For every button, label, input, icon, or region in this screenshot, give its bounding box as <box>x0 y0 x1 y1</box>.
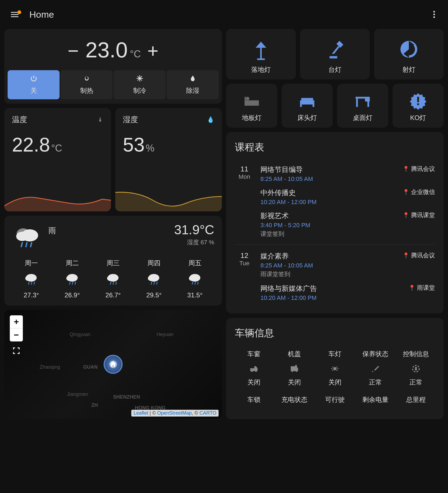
vehicle-status-item[interactable]: 保养状态正常 <box>356 347 394 389</box>
forecast-day[interactable]: 周二26.9° <box>53 259 91 299</box>
schedule-event[interactable]: 媒介素养 8:25 AM - 10:05 AM 雨课堂签到 📍腾讯会议 <box>260 251 435 278</box>
light-floor-lamp[interactable]: 落地灯 <box>226 29 296 79</box>
forecast-temp: 27.3° <box>12 291 51 299</box>
mode-snowflake-button[interactable]: 制冷 <box>114 70 166 99</box>
light-desk-lamp[interactable]: 台灯 <box>300 29 370 79</box>
light-couch[interactable]: 床头灯 <box>282 84 333 128</box>
menu-button[interactable] <box>11 12 18 17</box>
vehicle-status-item[interactable]: 车锁 <box>235 393 273 411</box>
map-label: Jiangmen <box>67 392 88 397</box>
floor-lamp-icon <box>229 34 293 64</box>
svg-line-23 <box>151 282 152 284</box>
schedule-date: 12 Tue <box>235 251 254 301</box>
snowflake-icon <box>116 75 163 84</box>
schedule-date: 11 Mon <box>235 165 254 238</box>
svg-rect-43 <box>417 97 419 102</box>
vehicle-marker[interactable] <box>104 355 123 374</box>
vehicle-status-item[interactable]: 机盖关闭 <box>275 347 314 389</box>
svg-point-27 <box>189 276 195 281</box>
light-alert[interactable]: KO灯 <box>393 84 444 128</box>
vehicle-label: 机盖 <box>276 350 313 358</box>
svg-line-30 <box>198 282 198 284</box>
map-label: SHENZHEN <box>113 394 140 400</box>
event-note: 课堂签到 <box>260 230 403 238</box>
map-attribution: Leaflet | © OpenStreetMap, © CARTO <box>131 410 219 417</box>
svg-rect-36 <box>300 100 315 104</box>
power-icon <box>10 75 57 84</box>
location-pin-icon: 📍 <box>403 212 409 218</box>
schedule-event[interactable]: 网络与新媒体广告 10:20 AM - 12:00 PM 📍雨课堂 <box>260 284 435 301</box>
mode-fire-button[interactable]: 制热 <box>61 70 113 99</box>
svg-line-20 <box>116 282 116 284</box>
vehicle-status-item[interactable]: 充电状态 <box>275 393 314 411</box>
svg-point-17 <box>107 276 114 281</box>
forecast-day[interactable]: 周一27.3° <box>12 259 51 299</box>
weather-card[interactable]: 雨 31.9°C 湿度 67 % 周一27.3°周二26.9°周三26.7°周四… <box>4 216 222 306</box>
vehicle-status-item[interactable]: 车窗关闭 <box>235 347 273 389</box>
svg-point-46 <box>334 368 336 370</box>
spotlight-icon <box>377 34 440 64</box>
schedule-event[interactable]: 中外传播史 10:20 AM - 12:00 PM 📍企业微信 <box>260 188 435 206</box>
forecast-temp: 29.5° <box>135 291 173 299</box>
mode-power-button[interactable]: 关 <box>8 70 60 99</box>
mode-droplet-button[interactable]: 除湿 <box>167 70 219 99</box>
vehicle-title: 车辆信息 <box>235 326 435 340</box>
carto-link[interactable]: CARTO <box>200 410 216 416</box>
temperature-sensor-card[interactable]: 温度 🌡 22.8°C <box>4 108 111 211</box>
svg-line-25 <box>157 282 157 284</box>
forecast-day[interactable]: 周三26.7° <box>94 259 132 299</box>
zoom-out-button[interactable]: − <box>10 328 23 341</box>
weather-humidity: 湿度 67 % <box>174 238 214 246</box>
osm-link[interactable]: OpenStreetMap <box>157 410 192 416</box>
svg-rect-38 <box>313 104 315 107</box>
event-title: 网络与新媒体广告 <box>260 284 409 293</box>
svg-rect-32 <box>245 100 259 106</box>
fullscreen-button[interactable] <box>11 345 22 356</box>
vehicle-status-item[interactable]: 剩余电量 <box>356 393 394 411</box>
svg-line-13 <box>70 282 70 284</box>
event-title: 媒介素养 <box>260 251 403 261</box>
map-card[interactable]: Qingyuan Heyuan Zhaoqing GUAN Jiangmen S… <box>4 310 222 419</box>
light-label: 射灯 <box>377 65 440 74</box>
light-label: 桌面灯 <box>340 113 385 122</box>
forecast-day[interactable]: 周五31.5° <box>176 259 214 299</box>
light-spotlight[interactable]: 射灯 <box>374 29 444 79</box>
event-title: 中外传播史 <box>260 188 403 198</box>
sensor-title: 温度 <box>12 115 27 125</box>
event-note: 雨课堂签到 <box>260 270 403 278</box>
humidity-sensor-card[interactable]: 湿度 💧 53% <box>115 108 222 211</box>
desk-lamp-icon <box>303 34 366 64</box>
temp-minus-button[interactable]: − <box>63 40 83 62</box>
schedule-day: 11 Mon 网络节目编导 8:25 AM - 10:05 AM 📍腾讯会议 中… <box>235 162 435 241</box>
more-button[interactable] <box>431 9 437 20</box>
rain-icon <box>23 271 40 288</box>
event-time: 3:40 PM - 5:20 PM <box>260 222 403 229</box>
event-time: 10:20 AM - 12:00 PM <box>260 294 409 301</box>
sensor-unit: °C <box>51 143 62 154</box>
temperature-graph <box>4 184 111 211</box>
event-location: 📍腾讯会议 <box>403 165 435 173</box>
zoom-in-button[interactable]: + <box>10 315 23 328</box>
vehicle-status-item[interactable]: 车灯关闭 <box>316 347 354 389</box>
vehicle-status-item[interactable]: 控制信息正常 <box>397 347 435 389</box>
schedule-event[interactable]: 影视艺术 3:40 PM - 5:20 PM 课堂签到 📍腾讯课堂 <box>260 211 435 238</box>
leaflet-link[interactable]: Leaflet <box>133 410 148 416</box>
vehicle-status-item[interactable]: 总里程 <box>397 393 435 411</box>
forecast-temp: 26.9° <box>53 291 91 299</box>
vehicle-status-icon <box>357 363 393 375</box>
map-label: GUAN <box>83 364 98 370</box>
vehicle-label: 车锁 <box>236 395 272 404</box>
schedule-event[interactable]: 网络节目编导 8:25 AM - 10:05 AM 📍腾讯会议 <box>260 165 435 183</box>
vehicle-value: 关闭 <box>276 378 313 387</box>
forecast-day[interactable]: 周四29.5° <box>135 259 173 299</box>
light-desk[interactable]: 桌面灯 <box>337 84 388 128</box>
vehicle-status-item[interactable]: 可行驶 <box>316 393 354 411</box>
svg-point-2 <box>16 232 28 241</box>
svg-rect-34 <box>245 97 246 106</box>
bed-icon <box>229 89 274 112</box>
vehicle-status-icon <box>317 363 353 375</box>
light-bed[interactable]: 地板灯 <box>226 84 277 128</box>
event-time: 8:25 AM - 10:05 AM <box>260 262 403 269</box>
temp-plus-button[interactable]: + <box>143 40 163 62</box>
rain-icon <box>64 271 81 288</box>
